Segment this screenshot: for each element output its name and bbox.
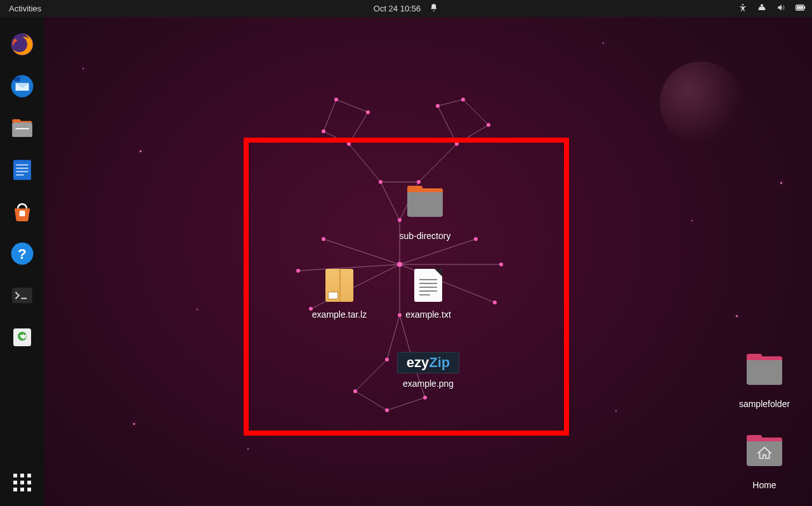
desktop-icon-home[interactable]: Home <box>726 434 802 490</box>
svg-rect-19 <box>13 328 31 346</box>
svg-point-24 <box>461 98 465 101</box>
svg-rect-10 <box>16 164 28 165</box>
dock-terminal[interactable] <box>6 280 38 311</box>
svg-rect-13 <box>16 174 23 176</box>
dock-files[interactable] <box>6 112 38 144</box>
svg-rect-9 <box>13 160 31 180</box>
apps-grid-icon <box>13 474 31 491</box>
svg-rect-12 <box>16 171 28 172</box>
battery-icon[interactable] <box>796 3 806 14</box>
svg-rect-18 <box>21 298 27 299</box>
svg-point-20 <box>334 98 338 101</box>
dock-trash[interactable] <box>6 321 38 353</box>
notification-icon[interactable] <box>429 3 438 14</box>
show-applications-button[interactable] <box>6 467 38 498</box>
svg-point-27 <box>436 104 440 108</box>
svg-rect-2 <box>797 6 803 9</box>
annotation-highlight-box <box>244 138 569 436</box>
svg-point-21 <box>322 129 325 133</box>
network-icon[interactable] <box>757 3 766 14</box>
dock-software[interactable] <box>6 196 38 228</box>
svg-text:?: ? <box>18 245 27 262</box>
activities-button[interactable]: Activities <box>0 4 50 13</box>
svg-rect-7 <box>12 122 32 137</box>
desktop-icon-samplefolder[interactable]: samplefolder <box>726 353 802 409</box>
svg-rect-11 <box>16 168 28 169</box>
folder-icon <box>747 358 782 385</box>
home-folder-icon <box>747 439 782 466</box>
svg-point-0 <box>742 4 743 5</box>
svg-rect-14 <box>20 211 25 216</box>
accessibility-icon[interactable] <box>738 3 747 14</box>
wallpaper-planet <box>660 62 742 144</box>
svg-point-23 <box>366 110 370 114</box>
volume-icon[interactable] <box>776 3 785 14</box>
icon-label: samplefolder <box>726 399 802 409</box>
dock: ? <box>0 17 44 506</box>
dock-writer[interactable] <box>6 154 38 186</box>
dock-thunderbird[interactable] <box>6 70 38 102</box>
dock-help[interactable]: ? <box>6 238 38 269</box>
top-bar: Activities Oct 24 10:56 <box>0 0 812 17</box>
svg-rect-17 <box>12 288 32 304</box>
icon-label: Home <box>726 480 802 490</box>
svg-rect-3 <box>804 6 805 9</box>
dock-firefox[interactable] <box>6 29 38 60</box>
svg-rect-8 <box>16 128 29 129</box>
clock[interactable]: Oct 24 10:56 <box>374 4 421 13</box>
svg-point-25 <box>487 123 490 127</box>
